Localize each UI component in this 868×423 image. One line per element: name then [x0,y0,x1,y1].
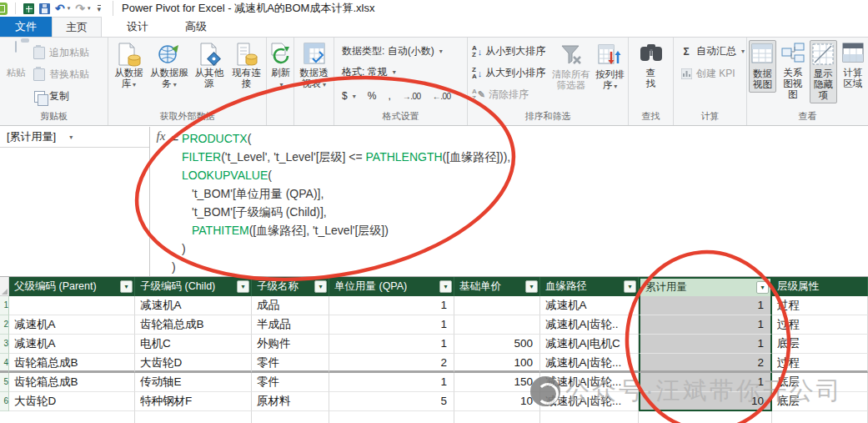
from-data-service-button[interactable]: 从数据服务▾ [149,40,190,92]
cell-price[interactable]: 500 [454,335,540,354]
undo-dropdown-icon[interactable]: ▾ [68,5,71,12]
paste-button[interactable]: 粘贴 [2,40,30,80]
clear-all-filters-button[interactable]: 清除所有筛选器 [550,42,591,93]
cell-cum[interactable]: 2 [639,354,772,373]
cell-parent[interactable]: 减速机A [9,335,135,354]
cell-name[interactable]: 零件 [252,354,329,373]
currency-button[interactable]: $▾ [339,89,359,103]
empty-cell[interactable] [454,411,540,423]
filter-dropdown-icon[interactable]: ▾ [439,280,452,293]
filter-dropdown-icon[interactable]: ▾ [624,280,636,293]
column-header-level[interactable]: 层级属性 [772,277,868,296]
sort-descending-button[interactable]: ZA↓ 从大到小排序 [469,65,548,81]
cell-price[interactable] [454,296,540,315]
empty-cell[interactable] [329,411,454,423]
decrease-decimal-button[interactable]: ←.00 [430,91,454,102]
row-header[interactable]: 5 [0,373,9,392]
filter-dropdown-icon[interactable]: ▾ [237,280,249,293]
cell-qpa[interactable]: 2 [329,354,454,373]
cell-level[interactable]: 过程 [772,315,868,335]
cell-qpa[interactable]: 1 [329,315,454,335]
cell-name[interactable]: 半成品 [252,315,329,335]
tab-home[interactable]: 主页 [52,17,102,37]
cell-price[interactable]: 100 [454,354,540,373]
autosum-button[interactable]: Σ 自动汇总▾ [677,43,747,59]
cell-level[interactable]: 过程 [772,354,868,373]
pivottable-button[interactable]: 数据透视表▾ [296,40,332,92]
cell-child[interactable]: 传动轴E [135,373,252,392]
cell-price[interactable] [454,315,540,335]
from-other-sources-button[interactable]: 从其他源 [191,40,227,91]
sort-ascending-button[interactable]: AZ↓ 从小到大排序 [469,43,548,59]
empty-cell[interactable] [639,411,772,423]
cell-path[interactable]: 减速机A|电机C [540,335,639,354]
cell-price[interactable]: 10 [454,392,540,411]
cell-cum[interactable]: 1 [639,315,772,335]
undo-icon[interactable]: ↶ [55,3,65,14]
cell-parent[interactable] [9,296,135,315]
thousands-button[interactable]: , [385,89,393,103]
filter-dropdown-icon[interactable]: ▾ [756,281,769,294]
filter-dropdown-icon[interactable]: ▾ [525,280,538,293]
row-header[interactable]: 3 [0,335,9,354]
cell-parent[interactable]: 减速机A [9,315,135,335]
empty-cell[interactable] [540,411,639,423]
copy-button[interactable]: 复制 [30,88,92,104]
cell-cum[interactable]: 1 [639,296,772,315]
save-icon[interactable] [39,3,50,14]
existing-connections-button[interactable]: 现有连接 [228,40,264,91]
cell-path[interactable]: 减速机A [540,296,639,315]
cell-child[interactable]: 电机C [135,335,252,354]
cell-parent[interactable]: 齿轮箱总成B [9,354,135,373]
diagram-view-button[interactable]: 关系图视图 [779,40,807,102]
refresh-button[interactable]: 刷新▾ [268,40,293,92]
cell-child[interactable]: 特种钢材F [135,392,252,411]
data-view-button[interactable]: 数据视图 [749,40,776,93]
cell-child[interactable]: 减速机A [135,296,252,315]
empty-cell[interactable] [772,411,868,423]
cell-parent[interactable]: 齿轮箱总成B [9,373,135,392]
tab-design[interactable]: 设计 [113,17,162,37]
row-header[interactable]: 6 [0,392,9,411]
cell-parent[interactable]: 大齿轮D [9,392,135,411]
redo-dropdown-icon[interactable]: ▾ [88,5,91,12]
column-header-child[interactable]: 子级编码 (Child)▾ [135,277,252,296]
from-database-button[interactable]: 从数据库▾ [110,40,148,92]
select-all-corner[interactable] [0,277,9,296]
cell-price[interactable]: 150 [454,373,540,392]
name-box[interactable]: [累计用量] ▾ [0,127,149,148]
row-header[interactable]: 2 [0,315,9,335]
cell-child[interactable]: 大齿轮D [135,354,252,373]
cell-level[interactable]: 过程 [772,296,868,315]
find-button[interactable]: 查找 [636,40,666,91]
increase-decimal-button[interactable]: →.00 [400,91,424,102]
cell-cum[interactable]: 1 [639,335,772,354]
cell-name[interactable]: 原材料 [252,392,329,411]
tab-advanced[interactable]: 高级 [172,17,220,37]
column-header-cum[interactable]: 累计用量▾ [639,277,772,296]
excel-icon[interactable] [23,3,34,14]
sort-by-column-button[interactable]: 按列排序▾ [594,42,626,93]
customize-qat-icon[interactable]: ▾ [98,5,102,13]
cell-child[interactable]: 齿轮箱总成B [135,315,252,335]
cell-path[interactable]: 减速机A|齿轮.. [540,315,639,335]
name-box-dropdown-icon[interactable]: ▾ [69,133,73,141]
column-header-path[interactable]: 血缘路径▾ [540,277,639,296]
column-header-price[interactable]: 基础单价▾ [454,277,540,296]
formula-text[interactable]: = PRODUCTX(FILTER('t_Level', 't_Level'[层… [172,127,510,276]
paste-append-button[interactable]: 追加粘贴 [30,45,92,61]
tab-file[interactable]: 文件 [0,17,52,37]
cell-name[interactable]: 成品 [252,296,329,315]
column-header-name[interactable]: 子级名称▾ [252,277,329,296]
cell-qpa[interactable]: 5 [329,392,454,411]
cell-qpa[interactable]: 1 [329,296,454,315]
cell-path[interactable]: 减速机A|齿轮... [540,354,639,373]
create-kpi-button[interactable]: 创建 KPI [677,66,738,82]
calculation-area-button[interactable]: 计算区域 [840,40,866,91]
empty-cell[interactable] [252,411,329,423]
column-header-parent[interactable]: 父级编码 (Parent)▾ [9,277,135,296]
paste-replace-button[interactable]: 替换粘贴 [30,67,92,83]
cell-level[interactable]: 底层 [772,335,868,354]
column-header-qpa[interactable]: 单位用量 (QPA)▾ [329,277,454,296]
clear-sort-button[interactable]: AZ✎ 清除排序 [469,87,548,103]
